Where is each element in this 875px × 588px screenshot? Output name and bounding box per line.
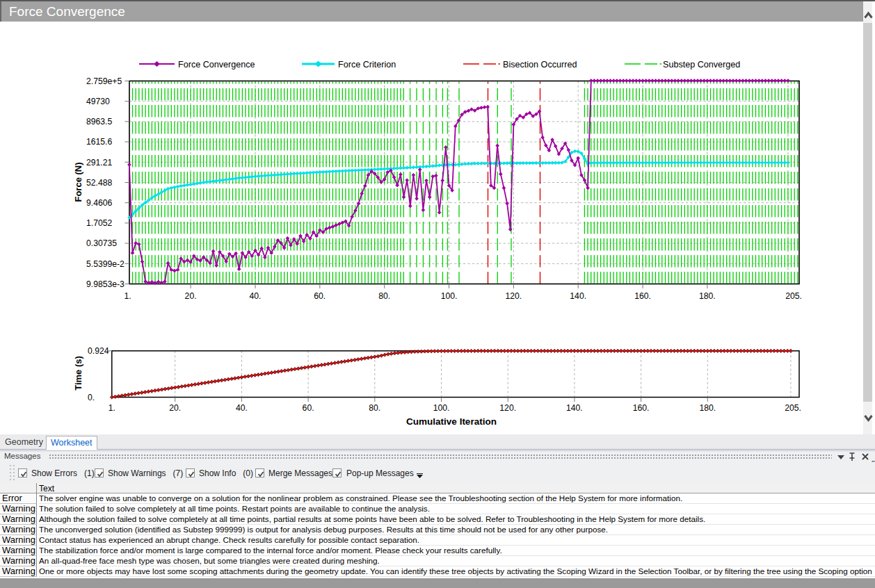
svg-text:Force Criterion: Force Criterion: [338, 60, 396, 70]
svg-text:120.: 120.: [506, 291, 522, 301]
svg-text:140.: 140.: [570, 291, 586, 301]
svg-text:160.: 160.: [633, 403, 650, 413]
svg-text:0.: 0.: [88, 393, 95, 402]
svg-text:100.: 100.: [441, 291, 458, 301]
svg-text:100.: 100.: [433, 403, 450, 413]
svg-text:1615.6: 1615.6: [86, 137, 112, 147]
svg-text:Substep Converged: Substep Converged: [663, 60, 740, 70]
svg-text:291.21: 291.21: [86, 158, 112, 168]
svg-text:2.759e+5: 2.759e+5: [86, 76, 122, 86]
svg-text:180.: 180.: [699, 291, 716, 301]
svg-text:60.: 60.: [314, 291, 326, 301]
svg-text:20.: 20.: [185, 291, 197, 301]
svg-text:52.488: 52.488: [86, 178, 112, 188]
svg-text:9.9853e-3: 9.9853e-3: [86, 279, 125, 289]
svg-text:80.: 80.: [378, 291, 390, 301]
svg-text:Cumulative Iteration: Cumulative Iteration: [406, 416, 497, 427]
svg-text:Bisection Occurred: Bisection Occurred: [503, 60, 577, 70]
svg-text:180.: 180.: [699, 403, 716, 413]
svg-text:40.: 40.: [250, 291, 262, 301]
svg-text:Time (s): Time (s): [73, 356, 83, 391]
svg-text:0.924: 0.924: [88, 346, 109, 356]
svg-text:Force Convergence: Force Convergence: [178, 60, 255, 70]
svg-text:120.: 120.: [499, 403, 516, 413]
svg-text:0.30735: 0.30735: [86, 238, 117, 248]
svg-text:80.: 80.: [369, 403, 380, 413]
svg-text:1.: 1.: [124, 291, 131, 301]
svg-text:49730: 49730: [86, 97, 110, 106]
svg-text:60.: 60.: [303, 403, 314, 413]
svg-text:205.: 205.: [785, 291, 802, 301]
svg-text:9.4606: 9.4606: [86, 198, 112, 208]
svg-text:20.: 20.: [169, 403, 181, 413]
svg-text:5.5399e-2: 5.5399e-2: [86, 259, 125, 269]
svg-text:1.7052: 1.7052: [86, 218, 112, 228]
svg-text:140.: 140.: [566, 403, 583, 413]
svg-text:1.: 1.: [109, 403, 115, 413]
svg-text:205.: 205.: [785, 403, 801, 413]
svg-text:Force (N): Force (N): [73, 162, 83, 202]
svg-text:40.: 40.: [236, 403, 248, 413]
svg-text:160.: 160.: [634, 291, 651, 301]
svg-text:8963.5: 8963.5: [86, 117, 112, 126]
